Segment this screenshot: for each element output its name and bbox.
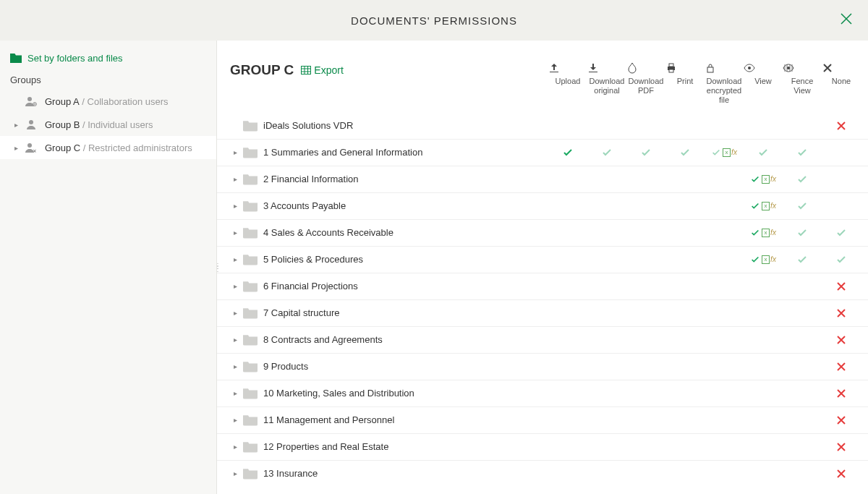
perm-cell[interactable] [822,247,861,273]
perm-cell[interactable] [587,461,626,487]
perm-cell[interactable] [744,354,783,380]
perm-cell[interactable] [548,247,587,273]
folder-row[interactable]: ▸1 Summaries and General Informationxfx [217,139,868,166]
sidebar-group-item[interactable]: ▸Group C / Restricted administrators [0,136,216,159]
perm-cell[interactable] [705,193,744,219]
perm-cell[interactable] [705,407,744,433]
perm-cell[interactable] [705,380,744,406]
perm-cell[interactable] [744,327,783,353]
perm-cell[interactable] [744,273,783,299]
perm-cell[interactable] [822,140,861,166]
perm-cell[interactable] [665,434,705,460]
perm-cell[interactable] [548,354,587,380]
perm-cell[interactable] [822,193,861,219]
perm-cell[interactable] [626,380,665,406]
expand-icon[interactable]: ▸ [230,416,240,424]
perm-cell[interactable] [822,380,861,406]
perm-cell[interactable] [744,300,783,326]
perm-cell[interactable] [587,193,626,219]
perm-cell[interactable]: xfx [744,247,783,273]
folder-row[interactable]: ▸12 Properties and Real Estate [217,433,868,460]
perm-cell[interactable] [822,273,861,299]
perm-cell[interactable] [705,220,744,246]
perm-cell[interactable] [587,407,626,433]
perm-cell[interactable] [783,220,822,246]
perm-cell[interactable] [705,434,744,460]
perm-cell[interactable] [783,407,822,433]
perm-cell[interactable] [783,327,822,353]
perm-cell[interactable] [744,113,783,139]
perm-cell[interactable] [822,300,861,326]
perm-column-header-fence_view[interactable]: FenceView [783,62,822,106]
sidebar-group-item[interactable]: ▸Group B / Individual users [0,113,216,136]
perm-cell[interactable] [587,113,626,139]
perm-cell[interactable] [665,220,705,246]
resize-handle-icon[interactable]: ⋮⋮ [217,265,221,271]
expand-icon[interactable]: ▸ [230,255,240,263]
folder-row[interactable]: ▸13 Insurance [217,460,868,487]
perm-cell[interactable] [587,434,626,460]
perm-cell[interactable] [783,461,822,487]
expand-icon[interactable]: ▸ [230,229,240,237]
perm-cell[interactable] [665,407,705,433]
perm-column-header-upload[interactable]: Upload [548,62,587,106]
perm-cell[interactable] [548,327,587,353]
perm-cell[interactable] [783,300,822,326]
perm-cell[interactable] [783,434,822,460]
perm-cell[interactable] [665,140,705,166]
perm-cell[interactable] [705,300,744,326]
perm-cell[interactable] [626,407,665,433]
perm-column-header-none[interactable]: None [822,62,861,106]
perm-cell[interactable] [665,354,705,380]
perm-column-header-download_original[interactable]: Downloadoriginal [587,62,626,106]
perm-cell[interactable] [626,273,665,299]
perm-cell[interactable] [587,273,626,299]
perm-column-header-print[interactable]: Print [665,62,705,106]
expand-icon[interactable]: ▸ [14,121,22,129]
perm-cell[interactable] [548,193,587,219]
expand-icon[interactable]: ▸ [230,175,240,183]
perm-cell[interactable] [626,327,665,353]
perm-cell[interactable] [626,300,665,326]
perm-cell[interactable] [783,247,822,273]
perm-column-header-download_pdf[interactable]: DownloadPDF [626,62,665,106]
perm-cell[interactable] [548,407,587,433]
folder-row[interactable]: ▸8 Contracts and Agreements [217,326,868,353]
perm-cell[interactable] [744,434,783,460]
perm-cell[interactable] [626,434,665,460]
perm-cell[interactable] [626,113,665,139]
perm-cell[interactable] [744,461,783,487]
perm-cell[interactable] [548,220,587,246]
perm-cell[interactable] [548,140,587,166]
expand-icon[interactable]: ▸ [230,443,240,451]
perm-cell[interactable] [705,327,744,353]
folder-row[interactable]: ▸2 Financial Informationxfx [217,166,868,192]
perm-cell[interactable] [783,273,822,299]
perm-cell[interactable] [626,140,665,166]
perm-cell[interactable] [587,300,626,326]
perm-cell[interactable] [626,247,665,273]
perm-cell[interactable] [822,113,861,139]
perm-cell[interactable] [822,220,861,246]
perm-cell[interactable] [587,166,626,192]
perm-cell[interactable] [548,113,587,139]
folder-row[interactable]: ▸10 Marketing, Sales and Distribution [217,380,868,406]
perm-cell[interactable] [587,247,626,273]
expand-icon[interactable]: ▸ [230,202,240,210]
perm-cell[interactable] [783,113,822,139]
perm-cell[interactable] [665,193,705,219]
perm-cell[interactable] [665,461,705,487]
export-button[interactable]: Export [301,64,343,76]
perm-cell[interactable] [548,380,587,406]
perm-cell[interactable] [587,220,626,246]
perm-cell[interactable] [705,273,744,299]
perm-cell[interactable] [665,247,705,273]
perm-cell[interactable] [665,327,705,353]
perm-cell[interactable]: xfx [744,193,783,219]
perm-column-header-view[interactable]: View [744,62,783,106]
perm-cell[interactable] [783,380,822,406]
perm-cell[interactable] [587,380,626,406]
perm-cell[interactable] [705,461,744,487]
perm-column-header-download_encrypted[interactable]: Downloadencrypted file [705,62,744,106]
perm-cell[interactable] [626,220,665,246]
